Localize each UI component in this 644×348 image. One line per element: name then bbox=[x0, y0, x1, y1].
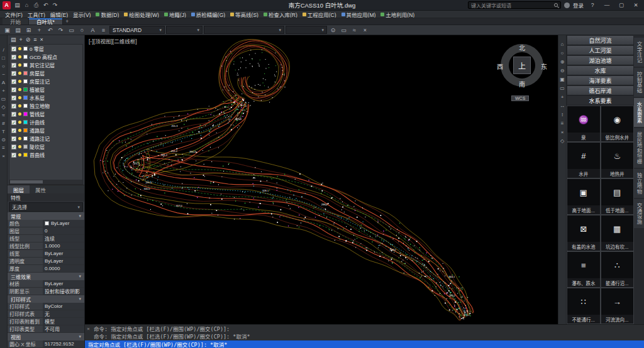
layer-row[interactable]: ✓陡坎层 bbox=[9, 143, 82, 151]
command-input-bar[interactable]: 指定对角点或 [栏选(F)/圈围(WP)/圈交(CP)]: *取消* bbox=[85, 340, 644, 348]
side-tab[interactable]: 居民地和垣栅 bbox=[634, 128, 644, 168]
active-category-header[interactable]: 水系要素 bbox=[567, 95, 634, 106]
prop-value[interactable]: ByColor bbox=[43, 303, 84, 310]
layer-row[interactable]: ✓植被层 bbox=[9, 85, 82, 94]
side-tab[interactable]: 控制基础 bbox=[634, 68, 644, 97]
layer-toolbar-icon-0[interactable]: ▤ bbox=[11, 36, 16, 43]
layer-visibility-icon[interactable] bbox=[18, 55, 21, 58]
menu-item[interactable]: 显示(V) bbox=[70, 11, 93, 18]
layer-row[interactable]: ✓道路层 bbox=[9, 126, 82, 134]
help-button[interactable]: ? bbox=[587, 2, 598, 8]
nav-icon-3[interactable]: ⊖ bbox=[560, 68, 565, 73]
toolbar-icon-8[interactable]: A bbox=[88, 26, 97, 34]
search-input[interactable]: 键入关键字或短语 bbox=[468, 1, 561, 9]
category-button[interactable]: 自然河流 bbox=[567, 35, 634, 45]
draw-tool-icon-9[interactable]: # bbox=[2, 121, 4, 126]
layer-toolbar-icon-1[interactable]: + bbox=[19, 36, 23, 43]
menu-item[interactable]: 检查入库(R) bbox=[261, 11, 300, 18]
toolbar-icon-6[interactable]: ▭ bbox=[67, 26, 76, 34]
symbol-tile[interactable]: #水井 bbox=[567, 142, 601, 178]
selection-combo[interactable]: 无选择 bbox=[9, 202, 83, 212]
toolbar-icon-2[interactable]: ⊞ bbox=[24, 26, 33, 34]
layer-checkbox[interactable]: ✓ bbox=[11, 136, 16, 141]
symbol-tile[interactable]: ∷不能通行... bbox=[567, 288, 601, 324]
close-button[interactable]: ✕ bbox=[630, 2, 641, 8]
layer-color-swatch[interactable] bbox=[23, 144, 28, 149]
symbol-tile[interactable]: ⊠有盖的水池 bbox=[567, 215, 601, 251]
toolbar-right-icon-0[interactable]: ⊙ bbox=[328, 26, 338, 34]
new-tab-button[interactable]: + bbox=[63, 18, 72, 24]
viewcube-south[interactable]: 南 bbox=[519, 79, 525, 89]
layer-visibility-icon[interactable] bbox=[18, 104, 21, 107]
menu-item[interactable]: 等高线(S) bbox=[228, 11, 261, 18]
viewcube-east[interactable]: 东 bbox=[541, 62, 547, 71]
layer-visibility-icon[interactable] bbox=[18, 72, 21, 75]
nav-icon-5[interactable]: ▭ bbox=[560, 85, 565, 91]
symbol-tile[interactable]: ≡瀑布、跌水 bbox=[567, 251, 601, 288]
toolbar-icon-3[interactable]: + bbox=[35, 26, 44, 34]
command-area[interactable]: ✕ 命令: 指定对角点或 [栏选(F)/圈围(WP)/圈交(CP)]:命令: 指… bbox=[85, 324, 644, 340]
viewcube-west[interactable]: 西 bbox=[497, 62, 503, 71]
color-combo[interactable] bbox=[286, 26, 327, 34]
prop-section-header[interactable]: 常规▾ bbox=[8, 212, 84, 220]
quick-icon-2[interactable]: ⎙ bbox=[32, 2, 40, 9]
draw-tool-icon-1[interactable]: □ bbox=[2, 56, 5, 61]
layer-row[interactable]: ✓水系层 bbox=[9, 94, 82, 102]
prop-value[interactable]: 1.0000 bbox=[43, 242, 84, 249]
layer-color-swatch[interactable] bbox=[23, 120, 28, 124]
side-tab[interactable]: 水系要素 bbox=[634, 98, 644, 127]
toolbar-icon-1[interactable]: ▤ bbox=[13, 26, 23, 34]
symbol-tile[interactable]: ◉依比例水井 bbox=[601, 106, 635, 142]
layer-toolbar-icon-3[interactable]: ≡ bbox=[33, 36, 36, 43]
menu-item[interactable]: 绘图处理(W) bbox=[121, 11, 162, 18]
nav-icon-11[interactable]: ◇ bbox=[560, 138, 564, 144]
prop-value[interactable]: 连续 bbox=[43, 235, 84, 242]
symbol-tile[interactable]: ♒泉 bbox=[567, 106, 601, 142]
draw-tool-icon-8[interactable]: ≈ bbox=[2, 113, 4, 118]
symbol-tile[interactable]: ▤低于地面... bbox=[601, 178, 635, 215]
draw-tool-icon-10[interactable]: T bbox=[2, 129, 5, 134]
symbol-tile[interactable]: ∴能通行沼... bbox=[601, 251, 635, 288]
category-button[interactable]: 海洋要素 bbox=[567, 75, 634, 85]
draw-tool-icon-6[interactable]: ▭ bbox=[1, 97, 6, 102]
prop-value[interactable]: 无 bbox=[43, 310, 84, 317]
view-controls-label[interactable]: [-][顶视图][二维线框] bbox=[89, 37, 137, 45]
command-close-icon[interactable]: ✕ bbox=[87, 326, 90, 332]
menu-item[interactable]: 质检精编(G) bbox=[189, 11, 228, 18]
layer-visibility-icon[interactable] bbox=[18, 63, 21, 67]
layer-checkbox[interactable]: ✓ bbox=[11, 71, 16, 76]
tree-hscrollbar[interactable] bbox=[9, 180, 82, 184]
layer-row[interactable]: ✓房屋层 bbox=[9, 69, 82, 77]
side-tab[interactable]: 交通设施 bbox=[634, 199, 644, 228]
layer-visibility-icon[interactable] bbox=[18, 153, 21, 156]
symbol-tile[interactable]: →河流流向... bbox=[601, 288, 635, 324]
toolbar-right-icon-3[interactable]: × bbox=[360, 26, 370, 34]
draw-tool-icon-5[interactable]: + bbox=[2, 89, 5, 94]
layer-checkbox[interactable]: ✓ bbox=[11, 79, 16, 84]
layer-visibility-icon[interactable] bbox=[18, 88, 21, 91]
menu-item[interactable]: 工程应用(C) bbox=[300, 11, 339, 18]
layer-checkbox[interactable]: ✓ bbox=[11, 55, 16, 60]
draw-tool-icon-0[interactable]: / bbox=[3, 48, 4, 53]
viewcube-top-face[interactable]: 上 bbox=[513, 57, 531, 74]
prop-value[interactable]: 投射和接收阴影 bbox=[43, 288, 84, 295]
symbol-tile[interactable]: ▣高于地面... bbox=[567, 178, 601, 215]
layer-visibility-icon[interactable] bbox=[18, 137, 21, 140]
layer-visibility-icon[interactable] bbox=[18, 96, 21, 99]
menu-item[interactable]: 其他应用(M) bbox=[339, 11, 379, 18]
layer-color-swatch[interactable] bbox=[23, 95, 28, 100]
layer-color-swatch[interactable] bbox=[23, 104, 28, 108]
hscroll-thumb[interactable] bbox=[10, 180, 43, 183]
layer-row[interactable]: ✓首曲线 bbox=[9, 151, 82, 159]
layer-row[interactable]: ✓GCD 高程点 bbox=[9, 53, 82, 61]
layer-visibility-icon[interactable] bbox=[18, 129, 21, 132]
symbol-tile[interactable]: ♨地热井 bbox=[601, 142, 635, 178]
prop-section-header[interactable]: 打印样式▾ bbox=[8, 295, 84, 303]
layer-checkbox[interactable]: ✓ bbox=[11, 128, 16, 133]
nav-icon-8[interactable]: ↕ bbox=[561, 112, 564, 117]
layer-color-swatch[interactable] bbox=[23, 46, 28, 51]
layer-checkbox[interactable]: ✓ bbox=[11, 87, 16, 92]
draw-tool-icon-4[interactable]: A bbox=[2, 80, 5, 85]
draw-tool-icon-12[interactable]: ≡ bbox=[2, 146, 5, 151]
user-avatar[interactable] bbox=[564, 3, 570, 8]
